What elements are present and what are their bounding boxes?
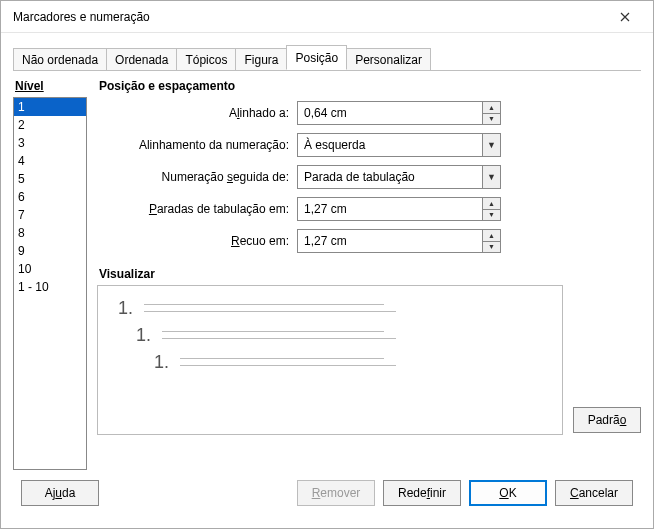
section-title: Posição e espaçamento: [99, 79, 641, 93]
form: Alinhado a: 0,64 cm ▲ ▼: [97, 101, 641, 253]
spin-arrows[interactable]: ▲ ▼: [482, 198, 500, 220]
row-aligned-to: Alinhado a: 0,64 cm ▲ ▼: [97, 101, 641, 125]
default-button[interactable]: Padrão: [573, 407, 641, 433]
chevron-down-icon[interactable]: ▼: [482, 166, 500, 188]
tab-topicos[interactable]: Tópicos: [176, 48, 236, 70]
level-item[interactable]: 3: [14, 134, 86, 152]
spin-arrows[interactable]: ▲ ▼: [482, 230, 500, 252]
row-tab-stop: Paradas de tabulação em: 1,27 cm ▲ ▼: [97, 197, 641, 221]
followed-by-combo[interactable]: Parada de tabulação ▼: [297, 165, 501, 189]
help-button[interactable]: Ajuda: [21, 480, 99, 506]
titlebar: Marcadores e numeração: [1, 1, 653, 33]
tabs: Não ordenada Ordenada Tópicos Figura Pos…: [13, 45, 641, 71]
chevron-down-icon[interactable]: ▼: [483, 242, 500, 253]
tab-posicao[interactable]: Posição: [286, 45, 347, 70]
tab-ordenada[interactable]: Ordenada: [106, 48, 177, 70]
close-button[interactable]: [605, 3, 645, 31]
tab-nao-ordenada[interactable]: Não ordenada: [13, 48, 107, 70]
tab-stop-spin[interactable]: 1,27 cm ▲ ▼: [297, 197, 501, 221]
spin-arrows[interactable]: ▲ ▼: [482, 102, 500, 124]
indent-value: 1,27 cm: [304, 234, 347, 248]
level-item[interactable]: 2: [14, 116, 86, 134]
preview-heading: Visualizar: [99, 267, 641, 281]
cancel-button[interactable]: Cancelar: [555, 480, 633, 506]
body: Nível 1 2 3 4 5 6 7 8 9 10 1 - 10 Posiçã…: [13, 71, 641, 470]
num-align-combo[interactable]: À esquerda ▼: [297, 133, 501, 157]
tab-stop-value: 1,27 cm: [304, 202, 347, 216]
level-listbox[interactable]: 1 2 3 4 5 6 7 8 9 10 1 - 10: [13, 97, 87, 470]
level-column: Nível 1 2 3 4 5 6 7 8 9 10 1 - 10: [13, 79, 87, 470]
preview-numeral: 1.: [154, 352, 172, 373]
level-heading: Nível: [13, 79, 87, 93]
tab-figura[interactable]: Figura: [235, 48, 287, 70]
label-num-align: Alinhamento da numeração:: [97, 138, 297, 152]
footer: Ajuda Remover Redefinir OK Cancelar: [13, 470, 641, 518]
label-followed-by: Numeração seguida de:: [97, 170, 297, 184]
preview-numeral: 1.: [136, 325, 154, 346]
chevron-up-icon[interactable]: ▲: [483, 198, 500, 210]
aligned-to-value: 0,64 cm: [304, 106, 347, 120]
chevron-up-icon[interactable]: ▲: [483, 102, 500, 114]
row-indent: Recuo em: 1,27 cm ▲ ▼: [97, 229, 641, 253]
level-item[interactable]: 6: [14, 188, 86, 206]
level-item[interactable]: 1 - 10: [14, 278, 86, 296]
right-column: Posição e espaçamento Alinhado a: 0,64 c…: [97, 79, 641, 470]
followed-by-value: Parada de tabulação: [304, 170, 415, 184]
ok-button[interactable]: OK: [469, 480, 547, 506]
level-item[interactable]: 4: [14, 152, 86, 170]
preview-box: 1. 1. 1.: [97, 285, 563, 435]
reset-button[interactable]: Redefinir: [383, 480, 461, 506]
indent-spin[interactable]: 1,27 cm ▲ ▼: [297, 229, 501, 253]
row-num-align: Alinhamento da numeração: À esquerda ▼: [97, 133, 641, 157]
row-followed-by: Numeração seguida de: Parada de tabulaçã…: [97, 165, 641, 189]
dialog-content: Não ordenada Ordenada Tópicos Figura Pos…: [1, 33, 653, 528]
tab-personalizar[interactable]: Personalizar: [346, 48, 431, 70]
aligned-to-spin[interactable]: 0,64 cm ▲ ▼: [297, 101, 501, 125]
label-indent: Recuo em:: [97, 234, 297, 248]
chevron-down-icon[interactable]: ▼: [482, 134, 500, 156]
level-item[interactable]: 8: [14, 224, 86, 242]
num-align-value: À esquerda: [304, 138, 365, 152]
level-item[interactable]: 10: [14, 260, 86, 278]
remove-button: Remover: [297, 480, 375, 506]
level-item[interactable]: 5: [14, 170, 86, 188]
label-tab-stop: Paradas de tabulação em:: [97, 202, 297, 216]
label-aligned-to: Alinhado a:: [97, 106, 297, 120]
level-item[interactable]: 1: [14, 98, 86, 116]
window-title: Marcadores e numeração: [9, 10, 605, 24]
level-item[interactable]: 7: [14, 206, 86, 224]
chevron-up-icon[interactable]: ▲: [483, 230, 500, 242]
chevron-down-icon[interactable]: ▼: [483, 210, 500, 221]
dialog-window: Marcadores e numeração Não ordenada Orde…: [0, 0, 654, 529]
level-item[interactable]: 9: [14, 242, 86, 260]
chevron-down-icon[interactable]: ▼: [483, 114, 500, 125]
preview-numeral: 1.: [118, 298, 136, 319]
